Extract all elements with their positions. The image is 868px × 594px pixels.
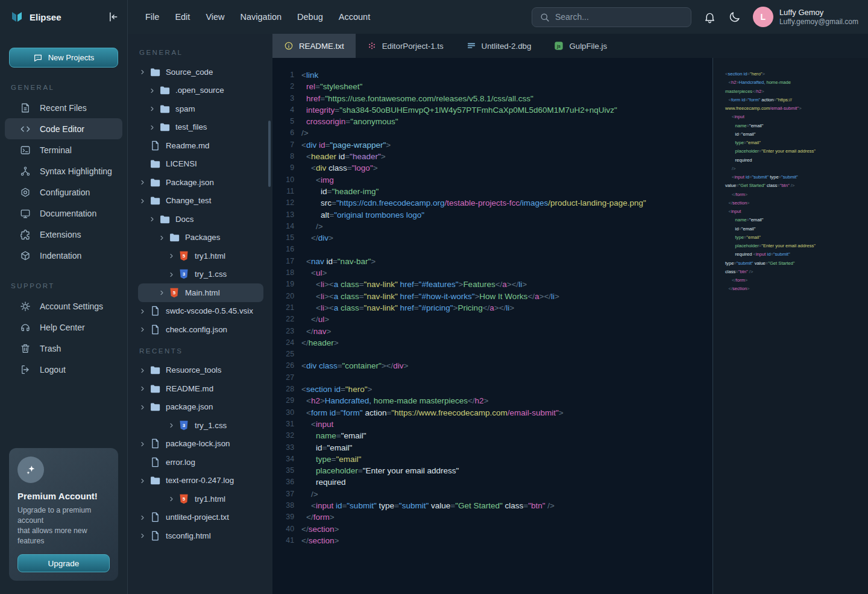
tree-item-resuorce-tools[interactable]: Resuorce_tools	[138, 361, 263, 380]
sidebar-item-logout[interactable]: Logout	[5, 359, 122, 380]
tree-item-tsconfig-html[interactable]: tsconfig.html	[138, 526, 263, 545]
new-projects-label: New Projects	[48, 53, 95, 62]
notifications-bell-icon[interactable]	[703, 11, 716, 24]
chevron-right-icon[interactable]	[140, 475, 149, 486]
line-number: 40	[272, 523, 294, 535]
tree-item-try1-html[interactable]: 5try1.html	[138, 490, 263, 508]
chevron-right-icon[interactable]	[140, 530, 149, 541]
menu-navigation[interactable]: Navigation	[240, 10, 283, 24]
tree-item-label: untlited-project.txt	[166, 513, 229, 522]
tree-item-change-test[interactable]: Change_test	[138, 192, 263, 210]
tree-item-licensi[interactable]: LICENSI	[138, 155, 263, 174]
sidebar-item-syntax-highlighting[interactable]: Syntax Highlighting	[5, 160, 122, 182]
tree-item-source-code[interactable]: Source_code	[138, 63, 263, 81]
tree-item-try-1-css[interactable]: 3try_1.css	[138, 265, 263, 284]
code-line: 32name="email"	[272, 430, 712, 441]
line-number: 25	[272, 349, 294, 360]
tree-item-error-log[interactable]: error.log	[138, 453, 263, 472]
sidebar-item-help-center[interactable]: Help Center	[5, 317, 122, 338]
sidebar-item-trash[interactable]: Trash	[5, 338, 122, 359]
tree-item-test-files[interactable]: test_files	[138, 118, 263, 137]
dark-mode-moon-icon[interactable]	[728, 11, 741, 24]
sidebar-item-account-settings[interactable]: Account Settings	[5, 295, 122, 317]
tree-item-package-json[interactable]: package.json	[138, 398, 263, 417]
tree-item-package-json[interactable]: Package.json	[138, 173, 263, 192]
tree-item-swdc-vscode-0-5-45-vsix[interactable]: swdc-vscode-0.5.45.vsix	[138, 302, 263, 321]
user-name: Luffy Gemoy	[779, 7, 858, 17]
search-input[interactable]	[555, 12, 684, 22]
chevron-right-icon[interactable]	[140, 402, 149, 412]
sidebar-item-code-editor[interactable]: Code Editor	[5, 118, 122, 139]
chevron-right-icon[interactable]	[140, 438, 149, 449]
chevron-right-icon[interactable]	[159, 287, 169, 298]
tab-readme-txt[interactable]: README.txt	[272, 34, 356, 58]
menu-file[interactable]: File	[145, 10, 160, 24]
sidebar-item-indentation[interactable]: Indentation	[5, 245, 122, 266]
tree-item-untlited-project-txt[interactable]: untlited-project.txt	[138, 508, 263, 527]
code-editor-pane[interactable]: 1<link2rel="stylesheet"3href="https://us…	[272, 58, 712, 594]
sidebar-item-configuration[interactable]: Configuration	[5, 182, 122, 203]
explorer-scrollbar-thumb[interactable]	[268, 121, 271, 187]
chevron-right-icon[interactable]	[140, 66, 149, 77]
tree-item-package-lock-json[interactable]: package-lock.json	[138, 435, 263, 453]
chevron-right-icon[interactable]	[169, 420, 178, 431]
chevron-right-icon[interactable]	[169, 250, 178, 261]
menu-debug[interactable]: Debug	[297, 10, 324, 24]
code-line: 38<input id="submit" type="submit" value…	[272, 500, 712, 511]
chevron-right-icon[interactable]	[149, 85, 159, 96]
sidebar-item-extensions[interactable]: Extensions	[5, 224, 122, 245]
code-line-text: <nav id="nav-bar">	[294, 256, 376, 267]
tree-item-packages[interactable]: Packages	[138, 229, 263, 247]
upgrade-button[interactable]: Upgrade	[17, 554, 110, 572]
code-line-text: <img	[294, 174, 334, 186]
minimap-line: value="Get Started" class="btn" />	[725, 182, 868, 190]
avatar[interactable]: L	[753, 7, 773, 27]
tab-gulpfile-js[interactable]: jsGulpFile.js	[542, 34, 618, 58]
tab-editorporject-1-ts[interactable]: EditorPorject-1.ts	[356, 34, 455, 58]
chevron-right-icon[interactable]	[149, 122, 159, 133]
line-number: 6	[272, 127, 294, 139]
menu-edit[interactable]: Edit	[174, 10, 190, 24]
sidebar-item-documentation[interactable]: Documentation	[5, 203, 122, 224]
tree-item-open-source[interactable]: .open_source	[138, 81, 263, 100]
chevron-right-icon[interactable]	[149, 103, 159, 114]
tree-item-spam[interactable]: spam	[138, 100, 263, 118]
menu-view[interactable]: View	[205, 10, 225, 24]
file-icon	[149, 531, 160, 541]
code-line: 15</div>	[272, 232, 712, 244]
chevron-right-icon[interactable]	[169, 269, 178, 280]
chevron-right-icon[interactable]	[140, 324, 149, 335]
chevron-right-icon[interactable]	[140, 195, 149, 206]
collapse-sidebar-icon[interactable]	[107, 11, 119, 23]
tree-item-try1-html[interactable]: 5try1.html	[138, 247, 263, 265]
sidebar-item-recent-files[interactable]: Recent Files	[5, 97, 122, 118]
code-line-text	[294, 244, 301, 255]
chevron-right-icon[interactable]	[140, 512, 149, 523]
line-number: 36	[272, 476, 294, 488]
new-projects-button[interactable]: New Projects	[9, 48, 118, 68]
tree-item-label: .open_source	[175, 86, 224, 95]
tree-item-readme-md[interactable]: Readme.md	[138, 136, 263, 155]
chevron-right-icon[interactable]	[140, 383, 149, 394]
tree-item-check-config-json[interactable]: check.config.json	[138, 320, 263, 339]
tree-item-text-error-0-247-log[interactable]: text-error-0.247.log	[138, 472, 263, 490]
app-logo-icon	[10, 10, 24, 24]
folder-icon	[149, 475, 160, 485]
chevron-right-icon[interactable]	[140, 306, 149, 317]
tree-item-main-html[interactable]: 5Main.html	[138, 283, 263, 302]
chevron-right-icon[interactable]	[140, 177, 149, 188]
menu-account[interactable]: Account	[338, 10, 371, 24]
tree-item-readme-md[interactable]: README.md	[138, 379, 263, 398]
chevron-right-icon[interactable]	[159, 232, 169, 243]
minimap[interactable]: <section id="hero"><h2>Handcrafted, home…	[712, 58, 868, 594]
chevron-right-icon[interactable]	[169, 493, 178, 504]
chevron-right-icon[interactable]	[149, 213, 159, 224]
user-account[interactable]: L Luffy Gemoy Luffy.gemoy@gmail.com	[753, 7, 858, 27]
tab-untlited-2-dbg[interactable]: Untlited-2.dbg	[455, 34, 543, 58]
dbg-icon	[467, 41, 476, 51]
chevron-right-icon[interactable]	[140, 365, 149, 376]
search-box[interactable]	[532, 7, 691, 27]
sidebar-item-terminal[interactable]: Terminal	[5, 139, 122, 160]
tree-item-try-1-css[interactable]: 3try_1.css	[138, 416, 263, 435]
tree-item-docs[interactable]: Docs	[138, 210, 263, 229]
